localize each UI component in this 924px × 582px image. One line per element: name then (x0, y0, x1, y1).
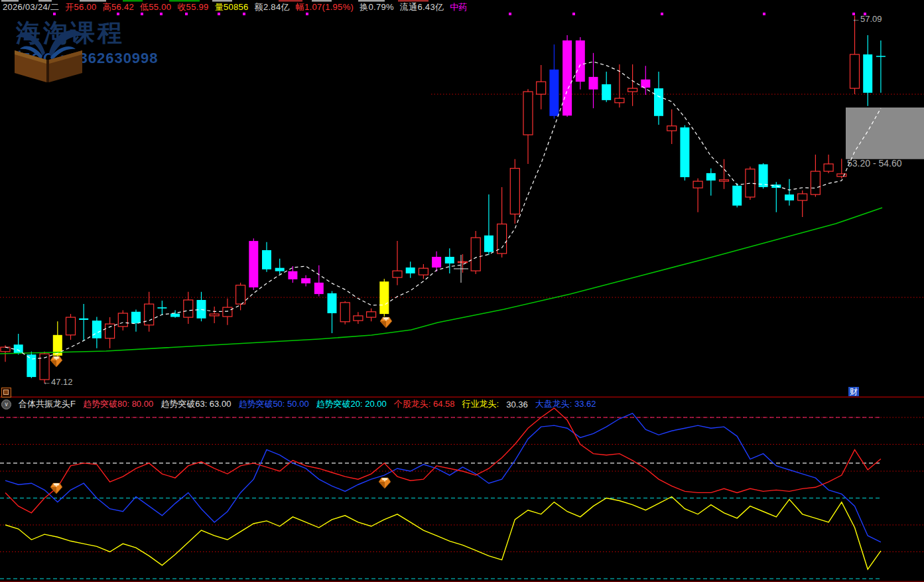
candle (184, 300, 193, 317)
quote-field-2: 高56.42 (103, 1, 134, 13)
signal-dot (763, 13, 765, 15)
price-label-low: ←47.12 (42, 377, 73, 387)
candle (771, 184, 781, 188)
candle (706, 173, 716, 181)
quote-field-3: 低55.00 (140, 1, 171, 13)
candle (157, 307, 166, 309)
candle (406, 267, 415, 273)
gap-range-label: 53.20 - 54.60 (847, 158, 902, 169)
book-logo-icon (9, 20, 88, 84)
quote-header: 2026/03/24/二开56.00高56.42低55.00收55.99量508… (3, 1, 468, 13)
quote-field-9: 流通6.43亿 (400, 1, 444, 13)
candle (236, 285, 245, 304)
candle (615, 98, 624, 103)
candle (301, 278, 310, 283)
candle (458, 261, 468, 263)
indicator-field-4: 趋势突破20: 20.00 (316, 398, 387, 410)
indicator-field-1: 趋势突破80: 80.00 (83, 398, 153, 410)
indicator-field-7: 30.36 (506, 400, 528, 409)
indicator-field-6: 行业龙头: (462, 398, 499, 410)
candle (680, 127, 689, 177)
chart-canvas[interactable] (0, 0, 924, 582)
candle (562, 40, 572, 115)
candle (602, 84, 611, 100)
candle (732, 186, 742, 206)
candle (66, 317, 76, 335)
quote-field-0: 2026/03/24/二 (3, 1, 59, 13)
candle (693, 181, 702, 188)
quote-field-10: 中药 (450, 1, 468, 13)
candle (92, 321, 101, 338)
signal-dot (509, 13, 511, 15)
indicator-header: ∨ 合体共振龙头F趋势突破80: 80.00趋势突破63: 63.00趋势突破5… (1, 398, 596, 410)
candle (876, 56, 886, 57)
indicator-series-line-0 (5, 496, 881, 569)
candle (262, 250, 271, 269)
candle (249, 241, 258, 287)
quote-field-1: 开56.00 (65, 1, 96, 13)
candle (419, 268, 428, 275)
candle (105, 324, 115, 338)
candle (537, 82, 546, 94)
candle (367, 312, 376, 317)
candle (471, 238, 480, 271)
signal-dot (572, 13, 575, 15)
indicator-field-8: 大盘龙头: 33.62 (535, 398, 596, 410)
trading-app-window: 2026/03/24/二开56.00高56.42低55.00收55.99量508… (0, 0, 924, 582)
candle (314, 283, 324, 294)
chart-window-icon[interactable] (1, 388, 11, 398)
candle (523, 92, 533, 135)
candle (79, 319, 88, 320)
candle (863, 54, 872, 93)
candle (393, 271, 402, 277)
indicator-series-line-1 (5, 413, 881, 542)
candle (798, 194, 807, 200)
quote-field-4: 收55.99 (177, 1, 208, 13)
quote-field-8: 换0.79% (360, 1, 394, 13)
candle (432, 257, 441, 267)
candle (654, 88, 663, 116)
candle (275, 268, 285, 271)
candle (628, 88, 637, 92)
candle (14, 344, 23, 353)
slow-ma-line (0, 208, 882, 354)
panel-separator (0, 397, 924, 398)
candle (145, 304, 154, 325)
candle (328, 293, 337, 313)
collapse-icon[interactable]: ∨ (1, 400, 11, 409)
candle (223, 307, 232, 317)
candle (170, 314, 180, 317)
candle (445, 257, 454, 263)
candle (510, 169, 519, 214)
candle (824, 164, 833, 171)
candle (549, 70, 559, 116)
quote-field-5: 量50856 (215, 1, 249, 13)
quote-field-7: 幅1.07(1.95%) (296, 1, 354, 13)
candle (131, 312, 141, 323)
candle (746, 169, 755, 197)
price-label-high: ←57.09 (852, 14, 882, 24)
candle (27, 354, 36, 377)
candle (785, 194, 794, 200)
signal-dot (661, 13, 663, 15)
indicator-field-0: 合体共振龙头F (19, 398, 76, 410)
candle (484, 236, 494, 252)
candle (118, 313, 127, 327)
watermark-logo: 海淘课程 加QQ：1362630998 (9, 20, 159, 68)
candle (720, 180, 729, 181)
candle (759, 165, 768, 187)
quote-field-6: 额2.84亿 (255, 1, 290, 13)
candle (354, 316, 363, 321)
indicator-field-3: 趋势突破50: 50.00 (238, 398, 308, 410)
gap-box (846, 108, 924, 159)
candle (811, 171, 820, 194)
candle (667, 126, 677, 131)
indicator-field-5: 个股龙头: 64.58 (394, 398, 455, 410)
indicator-field-2: 趋势突破63: 63.00 (161, 398, 231, 410)
candle (576, 40, 585, 82)
candle (589, 77, 598, 90)
candle (288, 271, 297, 279)
candle (340, 303, 350, 322)
finance-badge[interactable]: 财 (848, 387, 859, 396)
candle (379, 281, 389, 314)
